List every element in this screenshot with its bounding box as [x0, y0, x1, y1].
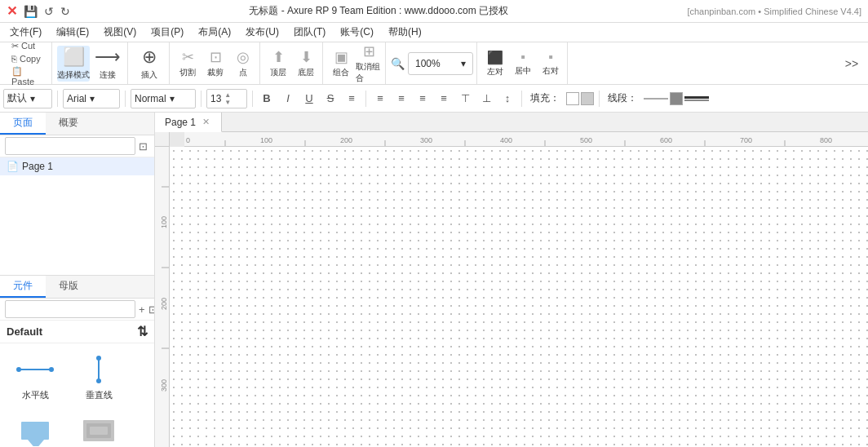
save-icon[interactable]: 💾 [24, 5, 38, 18]
fill-color-box[interactable] [566, 92, 579, 105]
underline-button[interactable]: U [300, 90, 318, 108]
bottom-layer-icon: ⬇ [300, 48, 312, 66]
menu-project[interactable]: 项目(P) [144, 24, 190, 41]
point-button[interactable]: ◎ 点 [230, 46, 256, 82]
cut-tool-button[interactable]: ✂ 切割 [175, 46, 201, 82]
text-align-center-button[interactable]: ≡ [392, 90, 410, 108]
bottom-layer-button[interactable]: ⬇ 底层 [293, 46, 319, 82]
crop-button[interactable]: ⊡ 裁剪 [202, 46, 228, 82]
comp-section-toggle[interactable]: ⇅ [137, 324, 148, 339]
page-tab-close-button[interactable]: ✕ [201, 117, 211, 127]
italic-button[interactable]: I [279, 90, 297, 108]
components-grid: 水平线 垂直线 [0, 343, 154, 447]
edit-tools-group: ✂ 切割 ⊡ 裁剪 ◎ 点 [171, 42, 260, 84]
font-dropdown[interactable]: Arial ▾ [63, 89, 120, 108]
insert-button[interactable]: ⊕ 插入 [133, 46, 166, 82]
menu-view[interactable]: 视图(V) [97, 24, 143, 41]
svg-text:100: 100 [160, 216, 168, 228]
divider-5 [365, 91, 366, 107]
canvas-ruler-wrap: 0 100 200 300 400 500 600 [155, 132, 868, 447]
top-layer-button[interactable]: ⬆ 顶层 [265, 46, 291, 82]
tab-masters[interactable]: 母版 [46, 276, 91, 298]
more-icon: >> [845, 57, 858, 70]
paste-button[interactable]: 📋 Paste [8, 65, 46, 87]
menu-file[interactable]: 文件(F) [3, 24, 48, 41]
add-page-button[interactable]: ⊡ [139, 137, 148, 155]
zoom-dropdown-icon: ▾ [461, 58, 466, 69]
hotspot-icon [15, 415, 55, 446]
more-tools-button[interactable]: >> [839, 46, 865, 82]
border-color-box[interactable] [670, 92, 683, 105]
tab-components[interactable]: 元件 [0, 276, 46, 298]
title-bar-icons: ✕ 💾 ↺ ↻ [7, 3, 70, 19]
comp-view-button[interactable]: ⊡ [148, 300, 154, 318]
text-align-right-button[interactable]: ≡ [414, 90, 432, 108]
ruler-horizontal: 0 100 200 300 400 500 600 [184, 132, 868, 147]
comp-section-header: Default ⇅ [0, 321, 154, 343]
text-align-justify-button[interactable]: ≡ [435, 90, 453, 108]
align-left-button[interactable]: ⬛ 左对 [482, 46, 508, 82]
menu-account[interactable]: 账号(C) [334, 24, 380, 41]
comp-hotspot-icon-box [14, 414, 56, 447]
strikethrough-button[interactable]: S [321, 90, 339, 108]
insert-icon: ⊕ [142, 46, 157, 68]
menu-layout[interactable]: 布局(A) [192, 24, 237, 41]
clipboard-group: ✂ Cut ⎘ Copy 📋 Paste [3, 42, 52, 84]
bold-button[interactable]: B [258, 90, 276, 108]
zoom-control[interactable]: 🔍 100% ▾ [391, 52, 473, 75]
text-align-bottom-button[interactable]: ↕ [498, 90, 516, 108]
select-mode-button[interactable]: ⬜ 选择模式 [57, 46, 90, 82]
tab-outline[interactable]: 概要 [46, 113, 91, 135]
font-size-control[interactable]: 13 ▲▼ [206, 89, 247, 108]
text-align-left-button[interactable]: ≡ [371, 90, 389, 108]
comp-search-toolbar: + ⊡ ⋮ [0, 299, 154, 321]
group-button[interactable]: ▣ 组合 [328, 46, 354, 82]
align-center-button[interactable]: ▪ 居中 [510, 46, 536, 82]
text-align-top-button[interactable]: ⊤ [456, 90, 474, 108]
copy-button[interactable]: ⎘ Copy [8, 53, 44, 64]
comp-hline-icon-box [14, 353, 56, 386]
menu-edit[interactable]: 编辑(E) [50, 24, 95, 41]
fill-color-box2[interactable] [581, 92, 594, 105]
left-panel: 页面 概要 ⊡ ⋮ 📄 Page 1 元件 母版 + ⊡ [0, 113, 155, 447]
connect-button[interactable]: ⟶ 连接 [91, 46, 124, 82]
divider-3 [201, 91, 202, 107]
page-item-page1[interactable]: 📄 Page 1 [0, 157, 154, 175]
comp-vline-icon-box [78, 353, 120, 386]
border-weight-medium[interactable] [684, 100, 709, 101]
svg-text:700: 700 [740, 136, 752, 144]
align-right-button[interactable]: ▪ 右对 [538, 46, 564, 82]
ungroup-button[interactable]: ⊞ 取消组合 [356, 46, 382, 82]
comp-dynpanel[interactable]: 动态面板 [70, 411, 127, 447]
border-style-box[interactable] [644, 98, 668, 100]
comp-search-input[interactable] [5, 300, 135, 318]
list-button[interactable]: ≡ [343, 90, 361, 108]
style-dropdown[interactable]: 默认 ▾ [3, 89, 52, 108]
page-tab-label: Page 1 [165, 117, 196, 128]
undo-icon[interactable]: ↺ [44, 5, 54, 18]
text-align-middle-button[interactable]: ⊥ [477, 90, 495, 108]
menu-team[interactable]: 团队(T) [287, 24, 332, 41]
page-tab-page1[interactable]: Page 1 ✕ [155, 113, 222, 132]
cut-button[interactable]: ✂ Cut [8, 40, 38, 52]
design-canvas[interactable] [170, 147, 868, 447]
comp-vline[interactable]: 垂直线 [70, 350, 127, 405]
menu-help[interactable]: 帮助(H) [382, 24, 428, 41]
app-logo-icon: ✕ [7, 3, 17, 19]
fill-controls [566, 92, 594, 105]
add-comp-button[interactable]: + [139, 300, 145, 318]
tab-pages[interactable]: 页面 [0, 113, 46, 135]
comp-hotspot[interactable]: 热区 [7, 411, 64, 447]
font-dropdown-icon: ▾ [90, 93, 95, 104]
menu-publish[interactable]: 发布(U) [239, 24, 286, 41]
redo-icon[interactable]: ↻ [60, 5, 70, 18]
zoom-value-display[interactable]: 100% ▾ [408, 52, 473, 75]
comp-hline[interactable]: 水平线 [7, 350, 64, 405]
svg-marker-7 [28, 440, 44, 446]
border-weight-thick[interactable] [684, 96, 709, 99]
size-style-dropdown[interactable]: Normal ▾ [131, 89, 196, 108]
pages-search-input[interactable] [5, 137, 135, 155]
svg-point-1 [16, 367, 21, 372]
ruler-h-svg: 0 100 200 300 400 500 600 [184, 132, 868, 147]
canvas-area: Page 1 ✕ 0 100 200 300 [155, 113, 868, 447]
